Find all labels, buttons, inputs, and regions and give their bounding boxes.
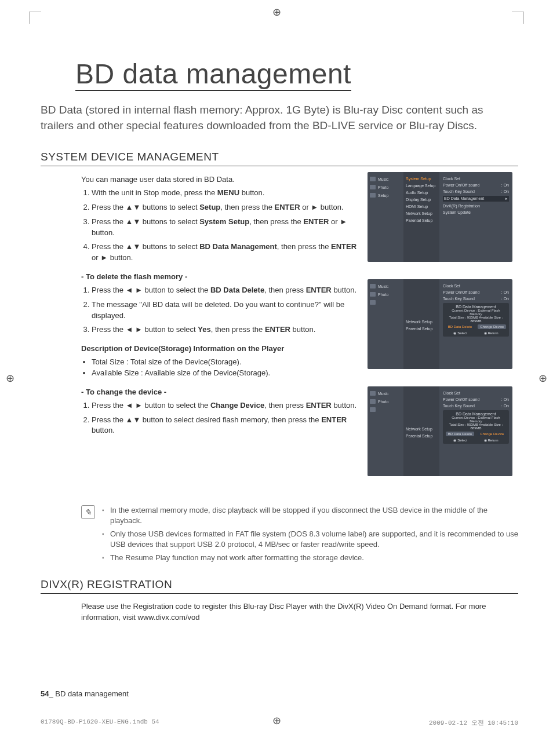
step-4: Press the ▲▼ buttons to select BD Data M… bbox=[92, 242, 357, 264]
delete-step-1: Press the ◄ ► button to select the BD Da… bbox=[92, 285, 357, 296]
step-2: Press the ▲▼ buttons to select Setup, th… bbox=[92, 202, 357, 213]
registration-mark-icon: ⊕ bbox=[272, 6, 281, 19]
screenshots-column: Music Photo Setup System Setup Language … bbox=[368, 172, 518, 494]
music-icon bbox=[370, 391, 376, 396]
note-box: ✎ In the external memory mode, disc play… bbox=[81, 505, 518, 567]
crop-mark bbox=[512, 12, 524, 24]
music-icon bbox=[370, 177, 376, 181]
desc-bullet-1: Total Size : Total size of the Device(St… bbox=[92, 357, 357, 368]
intro-text: BD Data (stored in internal flash memory… bbox=[41, 103, 518, 133]
page-title: BD data management bbox=[75, 58, 351, 91]
osd-screenshot-2: Music Photo Network Setup Parental Setup… bbox=[368, 279, 512, 369]
registration-mark-icon: ⊕ bbox=[6, 372, 14, 385]
step-1: With the unit in Stop mode, press the ME… bbox=[92, 188, 357, 199]
setup-icon bbox=[370, 300, 376, 305]
delete-step-2: The message "All BD data will be deleted… bbox=[92, 300, 357, 322]
note-2: Only those USB devices formatted in FAT … bbox=[102, 529, 518, 549]
page-footer: 54_ BD data management bbox=[41, 689, 129, 698]
note-icon: ✎ bbox=[81, 505, 95, 519]
imprint-line: 01789Q-BD-P1620-XEU-ENG.indb 54 2009-02-… bbox=[41, 718, 518, 727]
section-heading-divx: DIVX(R) REGISTRATION bbox=[41, 578, 518, 594]
note-1: In the external memory mode, disc playba… bbox=[102, 505, 518, 525]
change-step-1: Press the ◄ ► button to select the Chang… bbox=[92, 400, 357, 411]
bd-data-delete-button: BD Data Delete bbox=[446, 324, 475, 329]
instructions-column: You can manage user data stored in BD Da… bbox=[41, 172, 357, 494]
manual-page: ⊕ ⊕ ⊕ ⊕ BD data management BD Data (stor… bbox=[0, 0, 553, 756]
bd-data-delete-button: BD Data Delete bbox=[446, 432, 475, 436]
crop-mark bbox=[29, 12, 41, 24]
delete-step-3: Press the ◄ ► button to select Yes, then… bbox=[92, 324, 357, 335]
sdm-intro: You can manage user data stored in BD Da… bbox=[81, 174, 357, 185]
photo-icon bbox=[370, 399, 376, 404]
change-device-button: Change Device bbox=[478, 432, 506, 436]
setup-icon bbox=[370, 193, 376, 198]
music-icon bbox=[370, 284, 376, 288]
change-step-2: Press the ▲▼ button to select desired fl… bbox=[92, 415, 357, 437]
page-number: 54 bbox=[41, 689, 49, 698]
change-subheading: - To change the device - bbox=[81, 387, 357, 398]
photo-icon bbox=[370, 185, 376, 189]
note-3: The Resume Play function may not work af… bbox=[102, 553, 518, 563]
change-device-button: Change Device bbox=[478, 324, 506, 329]
delete-subheading: - To delete the flash memory - bbox=[81, 272, 357, 283]
desc-subheading: Description of Device(Storage) Informati… bbox=[81, 344, 357, 355]
desc-bullet-2: Available Size : Available size of the D… bbox=[92, 368, 357, 379]
setup-icon bbox=[370, 407, 376, 412]
registration-mark-icon: ⊕ bbox=[539, 372, 547, 385]
osd-screenshot-1: Music Photo Setup System Setup Language … bbox=[368, 172, 512, 262]
section-heading-sdm: SYSTEM DEVICE MANAGEMENT bbox=[41, 151, 518, 166]
imprint-timestamp: 2009-02-12 오전 10:45:10 bbox=[429, 718, 518, 727]
step-3: Press the ▲▼ buttons to select System Se… bbox=[92, 217, 357, 239]
osd-screenshot-3: Music Photo Network Setup Parental Setup… bbox=[368, 386, 512, 476]
divx-body: Please use the Registration code to regi… bbox=[41, 601, 518, 623]
photo-icon bbox=[370, 292, 376, 297]
imprint-file: 01789Q-BD-P1620-XEU-ENG.indb 54 bbox=[41, 718, 159, 727]
